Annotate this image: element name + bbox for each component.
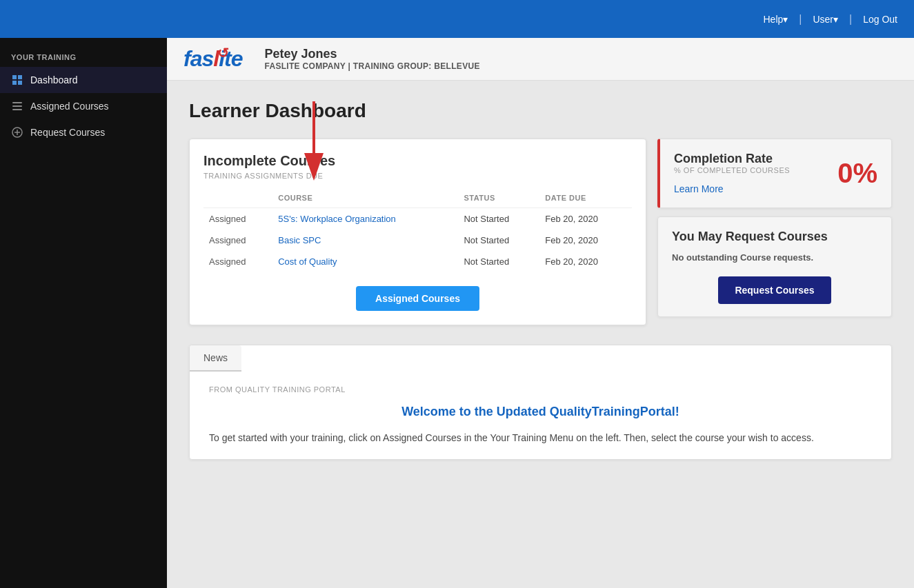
table-row: Assigned 5S's: Workplace Organization No… [203, 208, 632, 230]
main-content: fasli↺te Petey Jones FASLITE COMPANY | T… [167, 38, 914, 588]
table-row: Assigned Basic SPC Not Started Feb 20, 2… [203, 230, 632, 251]
course-date-due: Feb 20, 2020 [539, 208, 632, 230]
sidebar-item-label: Request Courses [30, 127, 105, 138]
course-type: Assigned [203, 208, 272, 230]
user-menu[interactable]: User▾ [813, 14, 838, 25]
plus-circle-icon [11, 126, 23, 139]
user-info: Petey Jones FASLITE COMPANY | TRAINING G… [264, 47, 479, 71]
assigned-courses-button[interactable]: Assigned Courses [356, 286, 479, 311]
news-source: FROM QUALITY TRAINING PORTAL [209, 385, 872, 394]
request-courses-title: You May Request Courses [672, 230, 877, 244]
request-courses-button[interactable]: Request Courses [718, 276, 831, 304]
svg-rect-0 [12, 75, 17, 79]
news-headline: Welcome to the Updated QualityTrainingPo… [209, 405, 872, 419]
request-courses-card: You May Request Courses No outstanding C… [657, 216, 892, 317]
dashboard-grid: Incomplete Courses TRAINING ASSIGNMENTS … [189, 139, 892, 325]
course-status: Not Started [458, 230, 539, 251]
course-table: COURSE STATUS DATE DUE Assigned 5S's: Wo… [203, 191, 632, 272]
page-title: Learner Dashboard [189, 100, 892, 122]
sidebar-section-title: YOUR TRAINING [0, 38, 167, 67]
course-status: Not Started [458, 251, 539, 272]
sidebar-item-request-courses[interactable]: Request Courses [0, 119, 167, 145]
grid-icon [11, 74, 23, 86]
course-type: Assigned [203, 251, 272, 272]
svg-rect-5 [12, 105, 22, 107]
course-name: 5S's: Workplace Organization [272, 208, 458, 230]
sidebar-item-label: Assigned Courses [30, 101, 109, 112]
col-status-header: STATUS [458, 191, 539, 208]
news-tab[interactable]: News [190, 345, 241, 372]
user-name: Petey Jones [264, 47, 479, 61]
sidebar-item-label: Dashboard [30, 74, 78, 85]
list-icon [11, 100, 23, 112]
svg-rect-3 [18, 81, 22, 85]
news-section: News FROM QUALITY TRAINING PORTAL Welcom… [189, 345, 892, 460]
sidebar: YOUR TRAINING Dashboard Assign [0, 38, 167, 588]
completion-rate-value: 0% [837, 158, 877, 189]
header-bar: fasli↺te Petey Jones FASLITE COMPANY | T… [167, 38, 914, 81]
course-date-due: Feb 20, 2020 [539, 230, 632, 251]
svg-rect-1 [18, 75, 22, 79]
sidebar-item-assigned-courses[interactable]: Assigned Courses [0, 93, 167, 119]
incomplete-courses-title: Incomplete Courses [203, 153, 632, 169]
no-requests-text: No outstanding Course requests. [672, 252, 877, 263]
logo-text: fasli↺te [183, 46, 242, 72]
svg-rect-4 [12, 102, 22, 103]
course-type: Assigned [203, 230, 272, 251]
logo-area: fasli↺te [183, 46, 242, 72]
col-course-header: COURSE [272, 191, 458, 208]
learn-more-link[interactable]: Learn More [674, 183, 724, 194]
sidebar-item-dashboard[interactable]: Dashboard [0, 67, 167, 93]
table-row: Assigned Cost of Quality Not Started Feb… [203, 251, 632, 272]
news-body-text: To get started with your training, click… [209, 430, 872, 445]
incomplete-courses-card: Incomplete Courses TRAINING ASSIGNMENTS … [189, 139, 646, 325]
course-date-due: Feb 20, 2020 [539, 251, 632, 272]
course-status: Not Started [458, 208, 539, 230]
completion-subtitle: % OF COMPLETED COURSES [674, 166, 790, 174]
incomplete-courses-subtitle: TRAINING ASSIGNMENTS DUE [203, 172, 632, 180]
user-meta: FASLITE COMPANY | TRAINING GROUP: BELLEV… [264, 61, 479, 71]
svg-rect-2 [12, 81, 17, 85]
right-column: Completion Rate % OF COMPLETED COURSES L… [657, 139, 892, 317]
course-name: Cost of Quality [272, 251, 458, 272]
course-name: Basic SPC [272, 230, 458, 251]
help-menu[interactable]: Help▾ [764, 14, 788, 25]
completion-rate-card: Completion Rate % OF COMPLETED COURSES L… [657, 139, 892, 208]
top-navigation: Help▾ | User▾ | Log Out [0, 0, 914, 38]
svg-rect-6 [12, 109, 22, 110]
completion-title: Completion Rate [674, 152, 790, 166]
col-date-header: DATE DUE [539, 191, 632, 208]
col-type-header [203, 191, 272, 208]
logout-button[interactable]: Log Out [863, 14, 897, 25]
